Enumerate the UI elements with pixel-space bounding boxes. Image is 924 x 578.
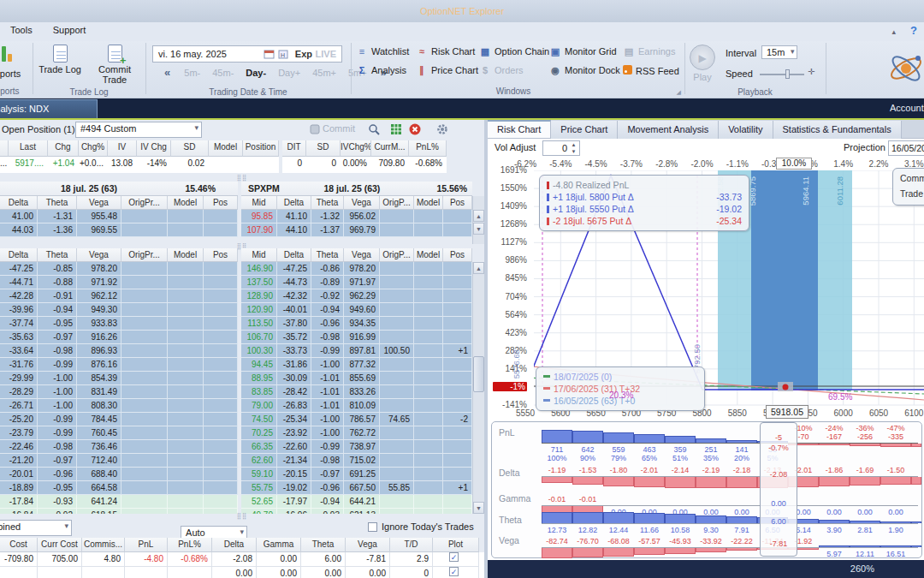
ignore-trades-checkbox[interactable]: Ignore Today's Trades [368, 521, 474, 532]
ribbon-collapse-icon[interactable]: ▴ [891, 27, 896, 36]
splitter-handle[interactable]: ⣿⣿ [0, 176, 484, 181]
commit-trade-button[interactable]: Commit Trade [87, 45, 142, 85]
nav-45mplus[interactable]: 45m+ [312, 68, 336, 78]
toolbar-button-risk-chart[interactable]: ≈Risk Chart [416, 46, 475, 57]
option-row[interactable]: 62.60-21.34-0.98715.02 [241, 454, 472, 468]
menu-item-tools[interactable]: Tools [0, 22, 43, 38]
option-row[interactable]: -26.71-1.00808.30 [0, 399, 238, 413]
option-row[interactable]: 95.8541.10-1.32956.02 [241, 210, 472, 223]
prev-day-icon[interactable]: « [164, 66, 170, 79]
nav-5mminus[interactable]: 5m- [184, 68, 200, 78]
iv-projection-box[interactable]: 10.0% [776, 158, 812, 170]
expiry-calendar-icon[interactable]: H [278, 49, 288, 59]
tab-movement-analysis[interactable]: Movement Analysis [618, 121, 719, 139]
nav-45mminus[interactable]: 45m- [212, 68, 234, 78]
speed-slider-thumb[interactable] [785, 69, 790, 79]
option-row[interactable]: 146.90-47.25-0.86978.20 [241, 262, 472, 276]
position-mode-select[interactable]: Combined [0, 520, 72, 536]
option-row[interactable]: 79.00-26.83-1.01810.09 [241, 399, 472, 413]
toolbar-button-price-chart[interactable]: ∥Price Chart [416, 65, 478, 76]
comments-box[interactable]: Comm Trade C [892, 168, 924, 206]
nav-Dayminus[interactable]: Day- [246, 68, 266, 78]
option-row[interactable]: 74.50-25.34-1.00786.5774.65-2 [241, 413, 472, 426]
toolbar-button-monitor-dock[interactable]: ◉Monitor Dock [549, 65, 620, 76]
option-row[interactable]: 66.35-22.60-0.99738.97 [241, 440, 472, 454]
option-row[interactable]: 106.70-35.72-0.98916.99 [241, 331, 472, 344]
option-row[interactable]: -17.84-0.93641.24 [0, 495, 238, 509]
option-row[interactable]: 128.90-42.32-0.92962.29 [241, 289, 472, 303]
option-row[interactable]: 107.9044.10-1.37969.79 [241, 223, 472, 237]
option-row[interactable]: 59.10-20.15-0.97691.25 [241, 468, 472, 481]
table-row[interactable]: ...5917....+1.04+0.0...13.08-14%0.02 [0, 157, 279, 173]
option-row[interactable]: -47.25-0.85978.20 [0, 262, 238, 276]
toolbar-button-rss-feed[interactable]: RSS Feed [623, 65, 679, 76]
search-icon[interactable] [368, 123, 380, 135]
option-row[interactable]: 83.85-28.42-1.01833.26 [241, 385, 472, 399]
help-icon[interactable]: ? [910, 24, 917, 37]
option-row[interactable]: 137.50-44.73-0.89971.97 [241, 276, 472, 289]
toolbar-button-monitor-grid[interactable]: ▣Monitor Grid [549, 46, 617, 57]
option-row[interactable]: 113.50-37.80-0.96934.35 [241, 317, 472, 331]
reports-button[interactable]: Reports [0, 69, 30, 79]
vol-adjust-spinner[interactable]: 0 ▲▼ [542, 140, 580, 156]
option-row[interactable]: 52.65-17.97-0.94644.21 [241, 495, 472, 509]
exp-label[interactable]: Exp [295, 46, 312, 62]
scrollbar-vertical[interactable]: ▲ ▼ [472, 262, 484, 514]
tab-analysis-ndx[interactable]: Analysis: NDX [0, 99, 98, 118]
scrollbar-thumb[interactable] [473, 356, 484, 392]
toolbar-button-analysis[interactable]: ΣAnalysis [356, 65, 406, 75]
plot-checkbox[interactable]: ✓ [449, 552, 459, 562]
option-row[interactable]: -42.28-0.91962.12 [0, 289, 238, 303]
nav-Dayplus[interactable]: Day+ [278, 68, 300, 78]
tab-risk-chart[interactable]: Risk Chart [488, 120, 551, 138]
calendar-icon[interactable] [264, 49, 275, 59]
option-row[interactable]: -20.01-0.96688.40 [0, 468, 238, 481]
menu-item-support[interactable]: Support [43, 22, 97, 38]
option-row[interactable]: -39.96-0.94949.30 [0, 303, 238, 317]
gear-icon[interactable] [436, 123, 448, 135]
option-row[interactable]: -44.71-0.88971.92 [0, 276, 238, 289]
plot-checkbox[interactable]: ✓ [449, 567, 459, 576]
live-label[interactable]: LIVE [316, 46, 336, 62]
projection-date-input[interactable]: 16/05/202 [888, 140, 924, 156]
trade-log-button[interactable]: Trade Log [34, 45, 86, 74]
tab-volatility[interactable]: Volatility [719, 121, 773, 139]
toolbar-button-earnings[interactable]: ▤Earnings [623, 46, 675, 57]
option-row[interactable]: 55.75-19.02-0.96667.5055.85+1 [241, 481, 472, 495]
option-row[interactable]: 88.95-30.09-1.01855.69 [241, 372, 472, 385]
close-position-icon[interactable] [409, 123, 421, 135]
option-row[interactable]: -31.76-0.99876.16 [0, 358, 238, 372]
toolbar-button-watchlist[interactable]: ≡Watchlist [356, 46, 409, 57]
option-row[interactable]: 100.30-33.73-0.99897.81100.50+1 [241, 344, 472, 358]
option-row[interactable]: -18.89-0.95664.58 [0, 481, 238, 495]
option-row[interactable]: -37.74-0.95933.83 [0, 317, 238, 331]
option-row[interactable]: -28.29-1.00831.49 [0, 385, 238, 399]
trade-row[interactable]: 0.000.000.000.000✓ [0, 567, 484, 578]
trading-date-input[interactable]: vi. 16 may. 2025 H Exp LIVE [152, 45, 342, 63]
option-row[interactable]: 94.45-31.86-1.00877.32 [241, 358, 472, 372]
option-row[interactable]: 44.03-1.36969.55 [0, 223, 238, 237]
windows-dialog-launcher-icon[interactable]: ◢ [677, 89, 681, 96]
option-row[interactable]: -21.20-0.97712.40 [0, 454, 238, 468]
option-row[interactable]: -33.64-0.98896.93 [0, 344, 238, 358]
toolbar-button-orders[interactable]: $Orders [479, 65, 524, 75]
option-row[interactable]: -29.99-1.00854.39 [0, 372, 238, 385]
option-row[interactable]: -25.20-0.99784.45 [0, 413, 238, 426]
toolbar-button-option-chain[interactable]: ▦Option Chain [479, 46, 549, 57]
option-row[interactable]: -35.63-0.97916.26 [0, 331, 238, 344]
speed-slider[interactable] [760, 74, 804, 75]
export-icon[interactable] [390, 123, 402, 135]
tab-price-chart[interactable]: Price Chart [551, 121, 618, 139]
option-row[interactable]: -22.46-0.98736.46 [0, 440, 238, 454]
option-row[interactable]: -23.79-0.99760.45 [0, 426, 238, 440]
zoom-level[interactable]: 260% [850, 560, 874, 578]
interval-select[interactable]: 15m [761, 45, 797, 59]
trade-row[interactable]: -709.80705.004.80-4.80-0.68%-2.080.006.0… [0, 552, 484, 567]
option-row[interactable]: 70.25-23.92-1.00762.72 [241, 426, 472, 440]
speed-plus-icon[interactable]: ✛ [808, 67, 814, 76]
scrollbar-vertical[interactable]: ▲▼ [472, 196, 484, 244]
position-select[interactable]: #494 Custom [75, 122, 202, 138]
option-row[interactable]: 120.90-40.01-0.94949.60 [241, 303, 472, 317]
tab-statistics-fundamentals[interactable]: Statistics & Fundamentals [773, 121, 902, 139]
table-row[interactable]: 000.00%709.80-0.68% [282, 157, 447, 173]
